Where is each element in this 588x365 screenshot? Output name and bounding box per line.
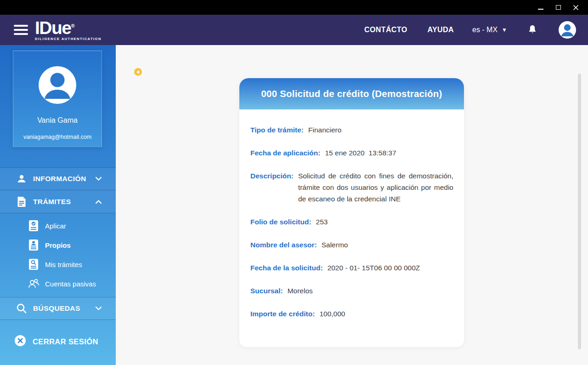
field-value: 100,000	[319, 308, 345, 319]
chevron-down-icon	[95, 306, 102, 311]
sidebar-item-busquedas[interactable]: BÚSQUEDAS	[0, 297, 116, 320]
field-value: Financiero	[308, 124, 341, 136]
back-button[interactable]	[134, 68, 142, 76]
sidebar: Vania Gama vaniagamag@hotmail.com INFORM…	[0, 45, 116, 365]
card-body: Tipo de trámite: Financiero Fecha de apl…	[239, 109, 464, 319]
header-actions: CONTÁCTO AYUDA es - MX ▼	[364, 21, 588, 39]
logout-label: CERRAR SESIÓN	[33, 337, 98, 346]
profile-avatar-icon	[39, 66, 76, 104]
close-icon	[573, 5, 579, 11]
field-label: Fecha de aplicación:	[250, 147, 320, 159]
users-icon	[27, 278, 40, 289]
field-label: Folio de solicitud:	[250, 216, 311, 228]
sidebar-item-cuentas-pasivas[interactable]: Cuentas pasivas	[0, 274, 116, 293]
field-label: Tipo de trámite:	[250, 124, 304, 136]
contact-link[interactable]: CONTÁCTO	[364, 26, 407, 34]
sidebar-item-tramites[interactable]: TRÁMITES	[0, 190, 116, 213]
profile-email: vaniagamag@hotmail.com	[23, 134, 91, 140]
user-avatar-icon	[559, 21, 576, 39]
field-label: Sucursal:	[250, 285, 283, 297]
sidebar-item-label: Aplicar	[45, 222, 66, 230]
card-check-icon	[27, 220, 40, 232]
field-value: Morelos	[288, 285, 313, 297]
document-icon	[16, 196, 28, 207]
close-button[interactable]	[567, 1, 584, 13]
user-avatar[interactable]	[559, 21, 576, 39]
sidebar-item-label: Mis trámites	[45, 261, 82, 268]
sidebar-item-label: INFORMACIÓN	[33, 175, 95, 183]
card-search-icon	[27, 258, 40, 270]
field-label: Nombre del asesor:	[250, 239, 317, 251]
detail-card: 000 Solicitud de crédito (Demostración) …	[239, 78, 464, 347]
sidebar-item-informacion[interactable]: INFORMACIÓN	[0, 167, 116, 190]
card-user-icon	[27, 239, 40, 251]
profile-name: Vania Gama	[37, 116, 78, 125]
field-value: Salermo	[322, 239, 348, 251]
hamburger-icon	[14, 25, 28, 27]
registered-mark: ®	[71, 23, 75, 29]
field-value: 15 ene 2020 13:58:37	[325, 147, 396, 159]
app-window: IDue® DILIGENCE AUTHENTICATION CONTÁCTO …	[0, 0, 588, 365]
sidebar-item-label: Cuentas pasivas	[45, 280, 96, 288]
app-header: IDue® DILIGENCE AUTHENTICATION CONTÁCTO …	[0, 15, 588, 45]
language-value: es - MX	[472, 26, 498, 34]
language-selector[interactable]: es - MX ▼	[472, 26, 507, 34]
card-title: 000 Solicitud de crédito (Demostración)	[239, 78, 464, 109]
logo-tagline: DILIGENCE AUTHENTICATION	[35, 37, 102, 41]
bell-icon	[527, 24, 537, 35]
minimize-button[interactable]	[532, 1, 549, 13]
field-folio-de-solicitud: Folio de solicitud: 253	[250, 216, 453, 228]
sidebar-item-propios[interactable]: Propios	[0, 235, 116, 255]
field-fecha-de-aplicacion: Fecha de aplicación: 15 ene 2020 13:58:3…	[250, 147, 453, 159]
field-label: Importe de crédito:	[250, 308, 315, 319]
notifications-button[interactable]	[527, 24, 537, 35]
vertical-scrollbar[interactable]	[578, 74, 581, 349]
tramites-submenu: Aplicar Propios Mis trámites	[0, 213, 116, 297]
profile-avatar	[39, 66, 76, 104]
sidebar-item-label: BÚSQUEDAS	[33, 304, 95, 313]
logo-text: IDue®	[35, 19, 102, 37]
app-logo[interactable]: IDue® DILIGENCE AUTHENTICATION	[35, 19, 102, 41]
field-value: Solicitud de crédito con fines de demost…	[298, 170, 453, 205]
field-descripcion: Descripción: Solicitud de crédito con fi…	[250, 170, 453, 205]
sidebar-nav: INFORMACIÓN TRÁMITES Aplicar	[0, 167, 116, 353]
maximize-button[interactable]	[549, 1, 567, 13]
field-value: 2020 - 01- 15T06 00 00 000Z	[328, 262, 420, 274]
field-label: Fecha de la solicitud:	[250, 262, 323, 274]
field-value: 253	[316, 216, 328, 228]
maximize-icon	[556, 5, 561, 10]
field-sucursal: Sucursal: Morelos	[250, 285, 453, 297]
sidebar-item-label: Propios	[45, 241, 71, 249]
field-tipo-de-tramite: Tipo de trámite: Financiero	[250, 124, 453, 136]
os-titlebar	[0, 0, 588, 15]
chevron-down-icon: ▼	[502, 27, 507, 33]
field-importe-de-credito: Importe de crédito: 100,000	[250, 308, 453, 319]
close-circle-icon	[14, 335, 26, 348]
field-label: Descripción:	[250, 170, 294, 205]
help-link[interactable]: AYUDA	[428, 26, 454, 34]
minimize-icon	[538, 9, 543, 10]
field-fecha-de-la-solicitud: Fecha de la solicitud: 2020 - 01- 15T06 …	[250, 262, 453, 274]
profile-card: Vania Gama vaniagamag@hotmail.com	[13, 51, 102, 147]
user-icon	[16, 174, 28, 184]
logout-button[interactable]: CERRAR SESIÓN	[0, 330, 116, 353]
sidebar-item-aplicar[interactable]: Aplicar	[0, 216, 116, 235]
search-icon	[16, 303, 28, 314]
chevron-up-icon	[95, 200, 102, 204]
chevron-down-icon	[95, 177, 102, 181]
sidebar-item-mis-tramites[interactable]: Mis trámites	[0, 255, 116, 274]
menu-button[interactable]	[14, 25, 28, 35]
arrow-left-icon	[136, 70, 139, 74]
field-nombre-del-asesor: Nombre del asesor: Salermo	[250, 239, 453, 251]
sidebar-item-label: TRÁMITES	[33, 198, 95, 206]
